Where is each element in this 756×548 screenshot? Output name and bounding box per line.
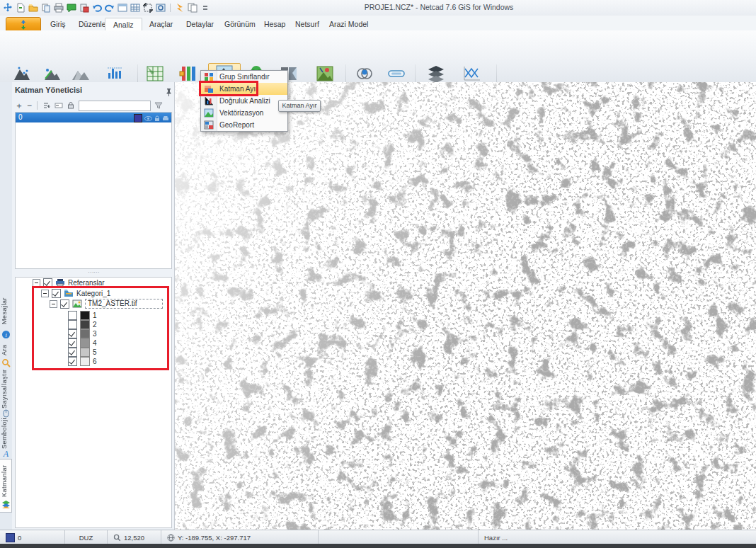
layer-lock-icon[interactable]: [154, 115, 160, 122]
panel-title-text: Katman Yöneticisi: [15, 86, 82, 94]
tooltip: Katman Ayır: [278, 100, 321, 112]
class-row-4[interactable]: 4: [68, 338, 97, 348]
duplicate-pages-icon[interactable]: [188, 3, 197, 13]
crop-selection-icon[interactable]: [143, 3, 153, 13]
collapse-icon[interactable]: [41, 290, 49, 297]
image-zoom-icon[interactable]: [156, 3, 166, 13]
status-spacer: [319, 530, 479, 544]
tab-analiz[interactable]: Analiz: [105, 18, 142, 31]
layer-row-selected[interactable]: 0: [16, 113, 171, 122]
layer-name: 0: [18, 113, 23, 121]
run-macro-icon[interactable]: [175, 3, 185, 13]
tab-detaylar[interactable]: Detaylar: [178, 18, 222, 30]
menu-item-grup-siniflandir[interactable]: Grup Sınıflandır: [201, 71, 287, 83]
class-row-1[interactable]: 1: [68, 310, 97, 320]
remove-layer-button[interactable]: −: [27, 101, 32, 110]
lock-layer-icon[interactable]: [67, 101, 75, 110]
menu-item-label: Katman Ayır: [219, 85, 258, 93]
layer-color-swatch[interactable]: [134, 114, 142, 122]
tree-row-referanslar[interactable]: Referanslar: [33, 278, 105, 287]
tree-label[interactable]: Referanslar: [68, 279, 105, 287]
class-3-checkbox[interactable]: [68, 329, 77, 338]
class-row-2[interactable]: 2: [68, 319, 97, 329]
raster-density-fade: [175, 82, 756, 530]
side-tab-mesajlar[interactable]: Mesajlar: [1, 292, 11, 329]
funnel-filter-icon[interactable]: [154, 101, 163, 110]
menu-item-dogruluk-analizi[interactable]: Doğruluk Analizi: [201, 95, 287, 107]
mode-label: DUZ: [79, 534, 93, 542]
side-tab-semboloji[interactable]: Semboloji: [1, 421, 11, 449]
referanslar-checkbox[interactable]: [43, 278, 52, 287]
tab-araclar[interactable]: Araçlar: [142, 18, 181, 30]
class-label[interactable]: 6: [93, 358, 97, 365]
category-folder-icon: [64, 289, 74, 297]
kategori-checkbox[interactable]: [52, 289, 61, 298]
copy-sheets-icon[interactable]: [41, 3, 51, 13]
tree-label-raster[interactable]: TM2_ASTER.tif: [85, 299, 163, 309]
elevation-icon: [13, 64, 31, 83]
rename-layer-icon[interactable]: [55, 101, 63, 110]
tree-label[interactable]: Kategori_1: [76, 290, 110, 297]
collapse-icon[interactable]: [33, 279, 40, 287]
class-label[interactable]: 3: [93, 330, 97, 338]
class-2-checkbox[interactable]: [68, 320, 77, 329]
tab-giris[interactable]: Giriş: [42, 18, 74, 30]
class-5-checkbox[interactable]: [68, 348, 77, 357]
paste-icon[interactable]: [79, 3, 89, 13]
class-label[interactable]: 1: [93, 312, 97, 319]
comment-balloon-icon[interactable]: [67, 3, 76, 13]
digitize-mouse-icon: [1, 409, 11, 418]
tree-row-raster[interactable]: TM2_ASTER.tif: [50, 299, 163, 309]
class-label[interactable]: 2: [93, 321, 97, 329]
status-active-layer: 0: [0, 530, 65, 544]
class-row-5[interactable]: 5: [68, 347, 97, 357]
table-grid-icon[interactable]: [130, 3, 140, 13]
layer-filter-input[interactable]: [79, 101, 151, 111]
accuracy-analysis-icon: [204, 96, 214, 105]
class-label[interactable]: 4: [93, 339, 97, 347]
class-row-3[interactable]: 3: [68, 329, 97, 338]
tree-row-kategori[interactable]: Kategori_1: [41, 288, 110, 298]
class-6-checkbox[interactable]: [68, 357, 77, 366]
class-row-6[interactable]: 6: [68, 356, 97, 366]
side-tab-ara[interactable]: Ara: [1, 341, 11, 358]
class-1-checkbox[interactable]: [68, 311, 77, 320]
redo-icon[interactable]: [105, 3, 115, 13]
add-layer-button[interactable]: ＋: [15, 101, 23, 110]
sort-layers-icon[interactable]: [42, 101, 51, 110]
menu-item-katman-ayir[interactable]: Katman Ayır: [201, 83, 287, 95]
netcad-logo-icon: [18, 20, 28, 30]
class-4-checkbox[interactable]: [68, 338, 77, 348]
tab-arazi-model[interactable]: Arazi Model: [321, 18, 376, 30]
active-layer-swatch: [6, 533, 15, 542]
undo-icon[interactable]: [92, 3, 102, 13]
slope-icon: [43, 64, 62, 83]
open-folder-icon[interactable]: [28, 3, 38, 13]
layer-list: [15, 112, 172, 269]
pin-icon[interactable]: [166, 88, 172, 96]
window-bottom-edge: [0, 544, 756, 548]
class-5-swatch: [80, 348, 90, 357]
layer-separate-icon: [204, 84, 214, 93]
class-label[interactable]: 5: [93, 348, 97, 356]
svg-text:i: i: [5, 332, 6, 338]
status-message: Hazır ...: [479, 530, 756, 544]
layer-print-icon[interactable]: [162, 115, 169, 122]
window-view-icon[interactable]: [118, 3, 127, 13]
menu-item-georeport[interactable]: GeoReport: [201, 119, 287, 131]
print-icon[interactable]: [54, 3, 64, 13]
new-document-icon[interactable]: [16, 3, 25, 13]
menu-item-vektorizasyon[interactable]: Vektörizasyon: [201, 107, 287, 119]
side-tab-katmanlar-label[interactable]: Katmanlar: [1, 462, 11, 499]
application-button[interactable]: [6, 17, 41, 32]
collapse-icon[interactable]: [50, 300, 57, 308]
layer-visibility-icon[interactable]: [144, 115, 152, 122]
georeport-icon: [204, 120, 214, 130]
raster-checkbox[interactable]: [60, 299, 69, 309]
ribbon: Yükseklik ▾ Eğim ▾ Rölyef ▾ Görünürlük A…: [0, 30, 756, 83]
more-options-icon[interactable]: [200, 3, 210, 13]
status-coordinates: Y: -189.755, X: -297.717: [161, 530, 319, 544]
panel-splitter[interactable]: ⋯⋯: [15, 270, 172, 277]
side-tab-sayisallastir[interactable]: Sayısallaştır: [1, 370, 11, 409]
pan-arrows-icon[interactable]: [3, 3, 13, 13]
